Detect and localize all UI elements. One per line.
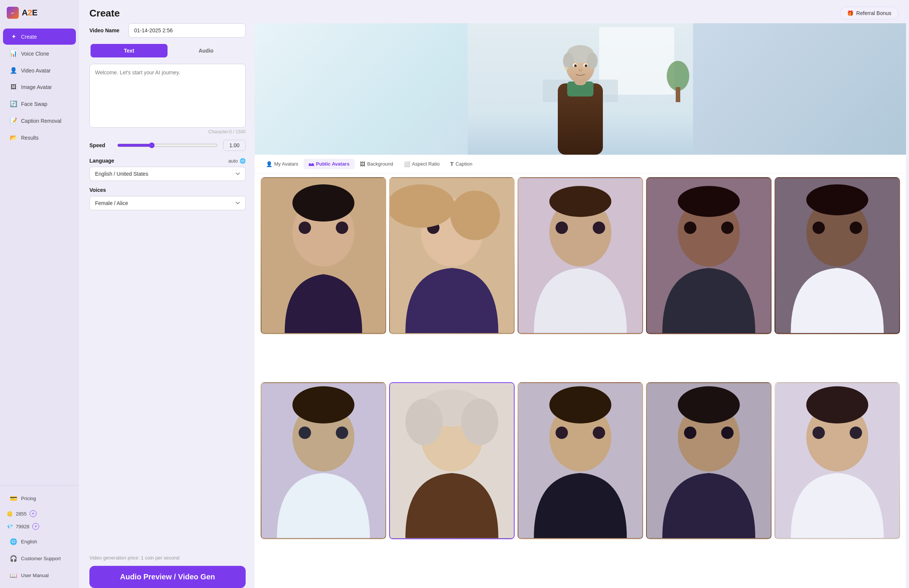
tab-caption[interactable]: T Caption bbox=[445, 158, 478, 170]
avatar-card[interactable] bbox=[261, 177, 386, 334]
referral-btn-label: Referral Bonus bbox=[856, 10, 891, 16]
language-row: Language auto 🌐 bbox=[89, 158, 246, 164]
generate-button[interactable]: Audio Preview / Video Gen bbox=[89, 566, 246, 588]
voice-clone-icon: 📊 bbox=[10, 50, 17, 57]
image-avatar-icon: 🖼 bbox=[10, 84, 17, 90]
sidebar-item-caption-removal[interactable]: 📝 Caption Removal bbox=[3, 113, 76, 129]
svg-point-71 bbox=[850, 426, 862, 439]
coin-diamond-icon: 💎 bbox=[7, 524, 13, 530]
sidebar-item-face-swap[interactable]: 🔄 Face Swap bbox=[3, 96, 76, 112]
sidebar-nav: ✦ Create 📊 Voice Clone 👤 Video Avatar 🖼 … bbox=[0, 28, 79, 482]
sidebar-item-label: Voice Clone bbox=[21, 51, 49, 57]
svg-rect-5 bbox=[676, 87, 680, 102]
sidebar-item-customer-support[interactable]: 🎧 Customer Support bbox=[3, 551, 76, 567]
video-avatar-icon: 👤 bbox=[10, 67, 17, 74]
aspect-ratio-icon: ⬜ bbox=[404, 161, 410, 167]
create-icon: ✦ bbox=[10, 33, 17, 40]
sidebar-item-english[interactable]: 🌐 English bbox=[3, 533, 76, 550]
caption-removal-icon: 📝 bbox=[10, 117, 17, 124]
avatar-preview-image bbox=[255, 23, 906, 155]
sidebar-item-results[interactable]: 📂 Results bbox=[3, 129, 76, 146]
voices-select[interactable]: Female / Alice Male / John Female / Sara bbox=[89, 196, 246, 210]
svg-point-12 bbox=[563, 53, 574, 69]
avatar-card[interactable] bbox=[389, 177, 514, 334]
script-textarea[interactable] bbox=[89, 64, 246, 128]
referral-bonus-button[interactable]: 🎁 Referral Bonus bbox=[840, 7, 898, 19]
avatar-card[interactable] bbox=[775, 177, 900, 334]
avatar-card[interactable] bbox=[518, 177, 643, 334]
svg-point-38 bbox=[684, 221, 696, 234]
sidebar-item-label: User Manual bbox=[21, 573, 49, 578]
sidebar-item-label: Video Avatar bbox=[21, 68, 51, 74]
avatar-card[interactable] bbox=[389, 382, 514, 539]
logo-text: A2E bbox=[22, 8, 37, 18]
svg-point-56 bbox=[405, 399, 443, 445]
add-coins-btn[interactable]: + bbox=[30, 510, 36, 517]
sidebar-bottom: 💳 Pricing 🪙 2855 + 💎 79928 + 🌐 English 🎧… bbox=[0, 486, 79, 584]
main-content: Create 🎁 Referral Bonus Video Name Text … bbox=[79, 0, 909, 588]
svg-point-48 bbox=[299, 426, 311, 439]
svg-point-50 bbox=[293, 386, 354, 423]
svg-point-35 bbox=[550, 186, 611, 217]
audio-tab-button[interactable]: Audio bbox=[168, 44, 244, 57]
svg-point-18 bbox=[579, 69, 582, 72]
svg-point-67 bbox=[678, 386, 740, 423]
text-audio-toggle: Text Audio bbox=[89, 43, 246, 58]
svg-point-29 bbox=[390, 184, 455, 228]
referral-icon: 🎁 bbox=[847, 10, 853, 16]
svg-point-65 bbox=[684, 426, 696, 439]
char-count: Character:0 / 1500 bbox=[89, 129, 246, 134]
avatar-preview bbox=[255, 23, 906, 155]
svg-point-4 bbox=[667, 61, 689, 91]
logo-icon: ⌐ bbox=[7, 7, 19, 19]
video-name-input[interactable] bbox=[128, 23, 246, 37]
video-name-row: Video Name bbox=[89, 23, 246, 37]
tab-my-avatars[interactable]: 👤 My Avatars bbox=[261, 159, 304, 170]
sidebar-item-label: English bbox=[21, 539, 37, 544]
speed-slider[interactable] bbox=[117, 142, 218, 148]
sidebar-item-label: Face Swap bbox=[21, 101, 47, 107]
svg-point-49 bbox=[336, 426, 348, 439]
tab-label: Background bbox=[367, 161, 393, 167]
avatar-card[interactable] bbox=[261, 382, 386, 539]
sidebar-item-user-manual[interactable]: 📖 User Manual bbox=[3, 567, 76, 583]
sidebar-item-label: Image Avatar bbox=[21, 84, 52, 90]
sidebar-item-voice-clone[interactable]: 📊 Voice Clone bbox=[3, 45, 76, 61]
svg-point-30 bbox=[450, 191, 500, 240]
avatar-card[interactable] bbox=[646, 382, 772, 539]
coin-gold-value: 2855 bbox=[16, 511, 27, 517]
manual-icon: 📖 bbox=[10, 572, 17, 579]
sidebar-item-pricing[interactable]: 💳 Pricing bbox=[3, 490, 76, 507]
svg-point-66 bbox=[721, 426, 734, 439]
svg-point-19 bbox=[565, 67, 568, 70]
coins-gold-row: 🪙 2855 + bbox=[0, 507, 79, 520]
add-diamonds-btn[interactable]: + bbox=[32, 523, 39, 530]
right-panel: 👤 My Avatars 🏘 Public Avatars 🖼 Backgrou… bbox=[255, 23, 909, 588]
svg-point-16 bbox=[574, 65, 577, 67]
caption-icon: T bbox=[450, 161, 454, 167]
video-name-label: Video Name bbox=[89, 27, 123, 34]
speed-value: 1.00 bbox=[223, 140, 246, 151]
language-select[interactable]: English / United States English / United… bbox=[89, 167, 246, 181]
tab-label: Aspect Ratio bbox=[412, 161, 440, 167]
pricing-icon: 💳 bbox=[10, 495, 17, 502]
svg-point-60 bbox=[556, 426, 568, 439]
svg-point-24 bbox=[293, 184, 354, 221]
tab-background[interactable]: 🖼 Background bbox=[354, 159, 398, 170]
sidebar-item-label: Pricing bbox=[21, 496, 36, 501]
avatar-card[interactable] bbox=[646, 177, 772, 334]
svg-point-40 bbox=[678, 186, 740, 217]
sidebar-item-video-avatar[interactable]: 👤 Video Avatar bbox=[3, 62, 76, 79]
my-avatars-icon: 👤 bbox=[266, 161, 272, 167]
svg-point-62 bbox=[550, 386, 611, 423]
sidebar-item-image-avatar[interactable]: 🖼 Image Avatar bbox=[3, 79, 76, 95]
tab-public-avatars[interactable]: 🏘 Public Avatars bbox=[304, 159, 354, 170]
speed-label: Speed bbox=[89, 142, 112, 148]
tab-aspect-ratio[interactable]: ⬜ Aspect Ratio bbox=[398, 159, 445, 170]
sidebar-item-create[interactable]: ✦ Create bbox=[3, 29, 76, 45]
avatar-card[interactable] bbox=[518, 382, 643, 539]
avatar-card[interactable] bbox=[775, 382, 900, 539]
coin-gold-icon: 🪙 bbox=[7, 511, 13, 517]
text-tab-button[interactable]: Text bbox=[91, 44, 168, 57]
svg-point-43 bbox=[812, 221, 825, 234]
